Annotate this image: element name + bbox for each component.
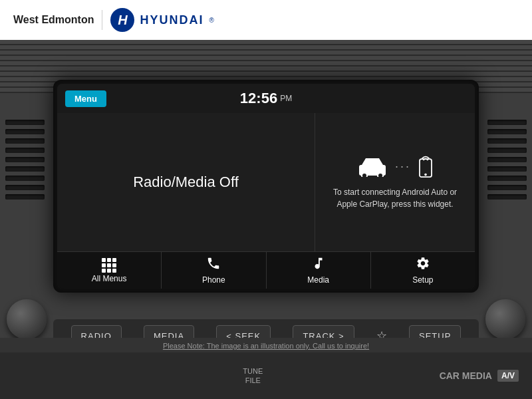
svg-point-1 <box>362 173 367 177</box>
vent-slot <box>5 194 45 200</box>
hyundai-h-emblem: H <box>110 8 134 32</box>
file-label: FILE <box>245 376 261 385</box>
vent-slot <box>487 129 527 134</box>
screen-nav: All Menus Phone <box>57 251 475 289</box>
media-icon <box>311 256 326 274</box>
tune-label: TUNE <box>243 366 263 376</box>
radio-off-panel: Radio/Media Off <box>57 113 315 251</box>
vent-slot <box>487 185 527 190</box>
vent-slot <box>5 157 45 162</box>
nav-setup-label: Setup <box>412 275 433 285</box>
vent-slot <box>487 120 527 125</box>
car-icon <box>355 156 390 177</box>
car-media-logo: CAR MEDIA A/V <box>440 370 519 382</box>
phone-icon <box>206 256 221 274</box>
nav-all-menus-label: All Menus <box>92 274 127 283</box>
vent-slot <box>5 176 45 181</box>
svg-rect-4 <box>421 160 430 172</box>
connect-panel[interactable]: ··· To start connecting Android Auto or … <box>315 113 475 251</box>
registered-mark: ® <box>209 17 214 24</box>
phone-wifi-icon <box>416 154 435 178</box>
connect-text[interactable]: To start connecting Android Auto or Appl… <box>325 186 465 210</box>
vent-slot <box>487 176 527 181</box>
nav-all-menus[interactable]: All Menus <box>57 252 162 289</box>
av-symbol: A/V <box>497 370 519 382</box>
vent-slot <box>487 166 527 172</box>
radio-off-text: Radio/Media Off <box>133 174 239 191</box>
dashboard: Menu 12:56 PM Radio/Media Off <box>0 40 532 399</box>
vent-slot <box>487 148 527 153</box>
divider <box>102 10 102 30</box>
hyundai-logo: H HYUNDAI ® <box>110 8 213 32</box>
nav-phone[interactable]: Phone <box>162 252 266 289</box>
connect-icons: ··· <box>355 154 435 178</box>
vent-slot <box>487 138 527 144</box>
connect-dots: ··· <box>395 160 411 174</box>
vent-slot <box>487 157 527 162</box>
vent-slot <box>5 166 45 172</box>
vent-slot <box>5 185 45 190</box>
infotainment-screen: Menu 12:56 PM Radio/Media Off <box>57 84 475 289</box>
vent-right <box>482 93 532 226</box>
screen-time: 12:56 <box>240 90 277 107</box>
nav-media[interactable]: Media <box>267 252 371 289</box>
note-text: Please Note: The image is an illustratio… <box>163 342 369 350</box>
vent-slot <box>5 120 45 125</box>
vent-slot <box>487 194 527 200</box>
dealer-name: West Edmonton <box>13 14 94 26</box>
vent-slot <box>5 129 45 134</box>
bottom-bar: TUNE FILE CAR MEDIA A/V <box>0 352 532 399</box>
right-knob[interactable] <box>485 299 525 339</box>
vent-slot <box>5 148 45 153</box>
nav-setup[interactable]: Setup <box>371 252 475 289</box>
screen-ampm: PM <box>280 94 292 103</box>
infotainment-screen-container: Menu 12:56 PM Radio/Media Off <box>53 80 479 293</box>
tune-file-label: TUNE FILE <box>243 366 263 386</box>
svg-point-2 <box>378 173 383 177</box>
nav-media-label: Media <box>307 275 329 285</box>
car-media-text: CAR MEDIA <box>440 370 492 381</box>
vent-slot <box>5 138 45 144</box>
menu-button[interactable]: Menu <box>65 90 106 107</box>
svg-point-5 <box>424 174 427 176</box>
screen-header: Menu 12:56 PM <box>57 84 475 113</box>
hyundai-brand-name: HYUNDAI <box>140 13 203 27</box>
nav-phone-label: Phone <box>202 275 225 285</box>
left-knob[interactable] <box>7 299 47 339</box>
setup-icon <box>416 256 430 274</box>
top-bar: West Edmonton H HYUNDAI ® <box>0 0 532 40</box>
note-bar: Please Note: The image is an illustratio… <box>0 338 532 354</box>
grid-icon <box>102 258 116 273</box>
screen-content: Radio/Media Off ··· <box>57 113 475 251</box>
vent-left <box>0 93 50 226</box>
